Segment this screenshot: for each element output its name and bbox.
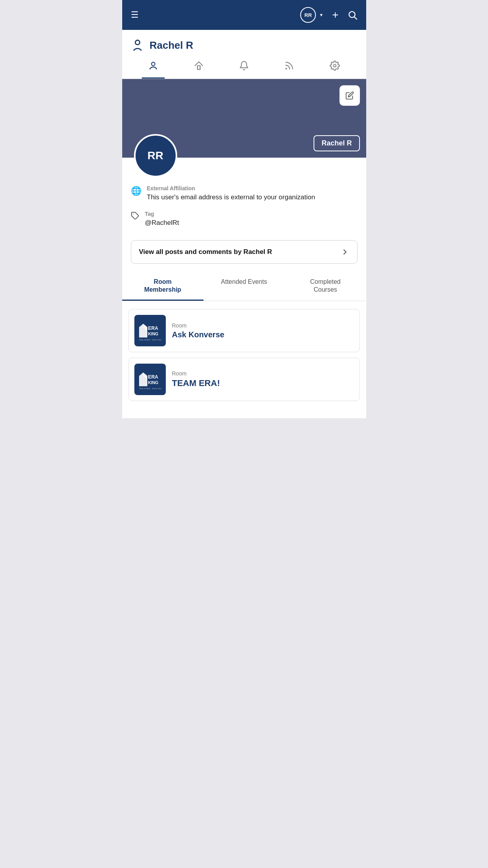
tab-profile[interactable] [142, 56, 165, 79]
svg-rect-4 [197, 66, 200, 70]
era-king-logo-1: ERA KING REAL ESTATE · SINCE 1941 [136, 319, 164, 342]
room-logo-team-era: ERA KING REAL ESTATE · SINCE 1941 [134, 364, 166, 395]
room-logo-ask-konverse: ERA KING REAL ESTATE · SINCE 1941 [134, 315, 166, 346]
room-card-team-era[interactable]: ERA KING REAL ESTATE · SINCE 1941 Room T… [128, 358, 360, 401]
tag-value: @RachelRt [145, 218, 179, 228]
tab-settings[interactable] [323, 56, 346, 79]
room-label-2: Room [172, 370, 220, 377]
main-content: Rachel R [122, 30, 366, 418]
profile-title-name: Rachel R [150, 39, 193, 51]
top-bar: ☰ RR ▼ + [122, 0, 366, 30]
edit-profile-button[interactable] [339, 85, 360, 106]
svg-text:KING: KING [148, 380, 158, 385]
person-icon [131, 39, 144, 52]
room-label-1: Room [172, 322, 224, 329]
section-tab-attended-events[interactable]: Attended Events [204, 272, 285, 301]
external-affiliation-value: This user's email address is external to… [147, 193, 315, 202]
era-king-logo-2: ERA KING REAL ESTATE · SINCE 1941 [136, 368, 164, 391]
tab-home[interactable] [187, 56, 210, 79]
svg-text:ERA: ERA [148, 374, 158, 380]
profile-banner: Rachel R RR [122, 79, 366, 158]
globe-icon: 🌐 [131, 186, 141, 196]
room-name-ask-konverse: Ask Konverse [172, 330, 224, 339]
room-name-team-era: TEAM ERA! [172, 378, 220, 388]
tag-row: Tag @RachelRt [131, 211, 358, 228]
search-icon[interactable] [347, 10, 358, 20]
external-affiliation-label: External Affiliation [147, 185, 315, 191]
room-list: ERA KING REAL ESTATE · SINCE 1941 Room A… [122, 305, 366, 410]
tag-icon [131, 211, 139, 223]
section-tab-completed-courses[interactable]: CompletedCourses [285, 272, 366, 301]
user-avatar-badge[interactable]: RR [300, 7, 316, 23]
tag-label: Tag [145, 211, 179, 217]
add-icon[interactable]: + [332, 9, 338, 21]
svg-text:ERA: ERA [148, 326, 158, 331]
room-info-team-era: Room TEAM ERA! [172, 370, 220, 388]
tab-notifications[interactable] [233, 56, 255, 79]
section-tab-room-membership[interactable]: RoomMembership [122, 272, 204, 301]
dropdown-arrow-icon[interactable]: ▼ [319, 13, 323, 17]
hamburger-icon[interactable]: ☰ [131, 11, 139, 19]
svg-line-1 [354, 17, 356, 19]
svg-point-6 [334, 64, 336, 67]
profile-title-row: Rachel R [122, 30, 366, 56]
svg-text:REAL ESTATE · SINCE 1941: REAL ESTATE · SINCE 1941 [139, 388, 161, 390]
svg-point-2 [135, 40, 139, 44]
svg-point-3 [152, 62, 155, 66]
profile-tab-bar [122, 56, 366, 79]
tab-feed[interactable] [278, 56, 301, 79]
section-tab-bar: RoomMembership Attended Events Completed… [122, 272, 366, 302]
room-info-ask-konverse: Room Ask Konverse [172, 322, 224, 339]
avatar-circle: RR [134, 134, 177, 177]
profile-name-button[interactable]: Rachel R [314, 135, 360, 151]
external-affiliation-row: 🌐 External Affiliation This user's email… [131, 185, 358, 202]
room-card-ask-konverse[interactable]: ERA KING REAL ESTATE · SINCE 1941 Room A… [128, 309, 360, 352]
svg-point-5 [286, 68, 287, 69]
view-posts-text: View all posts and comments by Rachel R [139, 248, 272, 256]
svg-text:REAL ESTATE · SINCE 1941: REAL ESTATE · SINCE 1941 [139, 339, 161, 341]
svg-text:KING: KING [148, 331, 158, 336]
view-posts-button[interactable]: View all posts and comments by Rachel R [131, 240, 358, 264]
chevron-right-icon [341, 248, 349, 256]
